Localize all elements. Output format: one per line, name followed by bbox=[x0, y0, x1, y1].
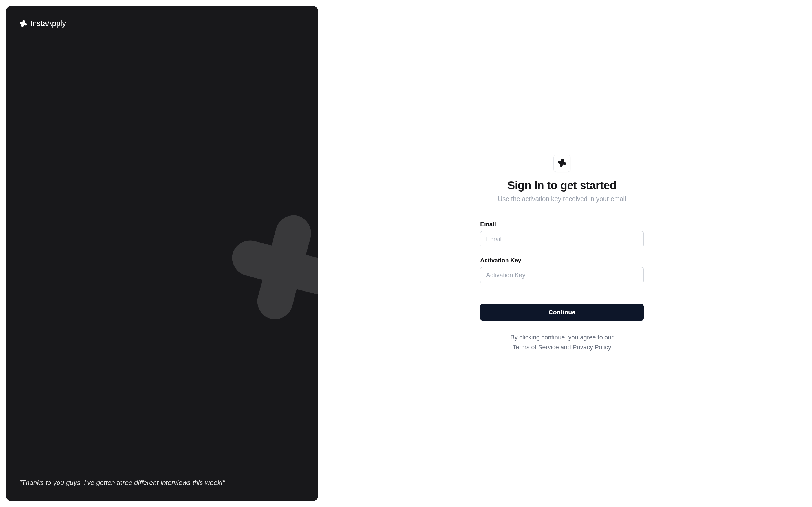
email-input[interactable] bbox=[480, 231, 644, 247]
continue-button[interactable]: Continue bbox=[480, 304, 644, 321]
activation-key-label: Activation Key bbox=[480, 257, 644, 264]
privacy-link[interactable]: Privacy Policy bbox=[573, 344, 611, 351]
main-panel: Sign In to get started Use the activatio… bbox=[318, 6, 806, 501]
signin-box: Sign In to get started Use the activatio… bbox=[480, 155, 644, 352]
page-title: Sign In to get started bbox=[507, 179, 617, 192]
email-field-group: Email bbox=[480, 221, 644, 247]
logo-badge bbox=[553, 155, 570, 172]
email-label: Email bbox=[480, 221, 644, 228]
terms-link[interactable]: Terms of Service bbox=[513, 344, 559, 351]
brand-name: InstaApply bbox=[31, 19, 66, 28]
brand-logo-icon bbox=[19, 20, 27, 27]
sidebar: InstaApply "Thanks to you guys, I've got… bbox=[6, 6, 318, 501]
activation-key-input[interactable] bbox=[480, 267, 644, 283]
activation-key-field-group: Activation Key bbox=[480, 257, 644, 283]
legal-prefix: By clicking continue, you agree to our bbox=[510, 334, 613, 341]
sidebar-bg-icon bbox=[225, 208, 318, 327]
legal-text: By clicking continue, you agree to our T… bbox=[480, 332, 644, 352]
page-subtitle: Use the activation key received in your … bbox=[498, 195, 626, 203]
brand-logo-icon bbox=[557, 158, 567, 169]
legal-conjunction: and bbox=[560, 344, 573, 351]
signin-form: Email Activation Key Continue By clickin… bbox=[480, 221, 644, 352]
testimonial-quote: "Thanks to you guys, I've gotten three d… bbox=[19, 478, 305, 488]
sidebar-header: InstaApply bbox=[19, 19, 305, 28]
